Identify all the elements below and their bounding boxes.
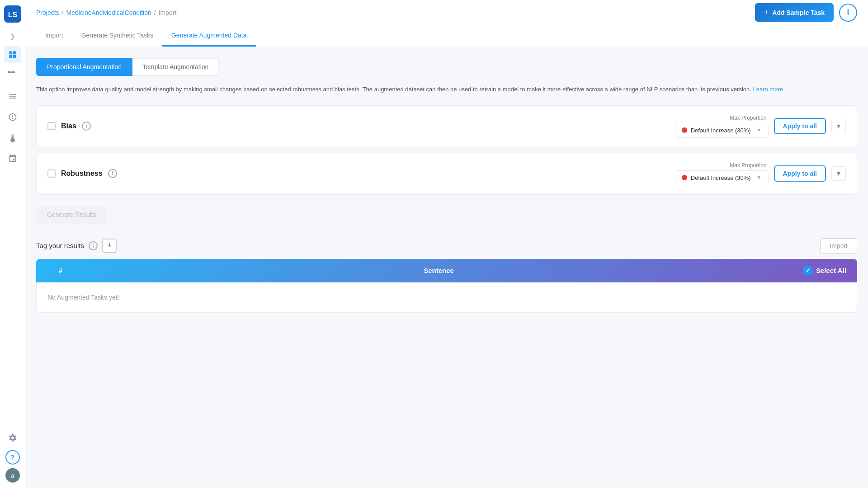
sidebar-bottom: ? a [4, 429, 21, 483]
robustness-dropdown-label: Default Increase (30%) [691, 174, 751, 181]
sidebar-icon-explore[interactable] [4, 108, 21, 126]
bias-dropdown-chevron: ▼ [756, 127, 762, 133]
bias-max-prop-group: Max Proportion Default Increase (30%) ▼ [675, 115, 769, 138]
robustness-section: Robustness i Max Proportion Default Incr… [36, 153, 857, 195]
description-text: This option improves data quality and mo… [36, 85, 857, 94]
tag-left: Tag your results i + [36, 239, 117, 253]
breadcrumb-sep2: / [154, 9, 156, 16]
tab-import[interactable]: Import [36, 25, 72, 47]
robustness-apply-all-button[interactable]: Apply to all [774, 165, 826, 182]
robustness-dropdown-chevron: ▼ [756, 174, 762, 181]
sidebar: LS ❯ ? a [0, 0, 25, 488]
sidebar-avatar: a [5, 468, 20, 483]
select-all-area[interactable]: ✓ Select All [803, 266, 846, 275]
table-header: # Sentence ✓ Select All [36, 259, 857, 282]
bias-dropdown[interactable]: Default Increase (30%) ▼ [675, 123, 769, 138]
sub-tabs: Proportional Augmentation Template Augme… [36, 58, 857, 76]
sub-tab-template[interactable]: Template Augmentation [132, 58, 219, 76]
bias-card-right: Max Proportion Default Increase (30%) ▼ … [675, 115, 846, 138]
robustness-title: Robustness [61, 169, 103, 178]
topbar: Projects / MedicineAndMedicalCondition /… [25, 0, 868, 25]
sidebar-icon-dashboard[interactable] [4, 46, 21, 63]
robustness-expand-button[interactable]: ▼ [831, 166, 846, 181]
robustness-max-prop-label: Max Proportion [730, 162, 766, 169]
svg-text:LS: LS [8, 11, 17, 19]
add-sample-task-button[interactable]: + Add Sample Task [755, 3, 834, 22]
bias-section: Bias i Max Proportion Default Increase (… [36, 105, 857, 147]
robustness-card-left: Robustness i [47, 169, 675, 178]
bias-dropdown-dot [682, 127, 687, 133]
content-area: Proportional Augmentation Template Augme… [25, 47, 868, 488]
no-tasks-message: No Augmented Tasks yet! [47, 294, 119, 301]
breadcrumb-projects-link[interactable]: Projects [36, 9, 59, 16]
bias-dropdown-label: Default Increase (30%) [691, 127, 751, 134]
table-col-sentence: Sentence [74, 267, 803, 274]
tab-generate-augmented[interactable]: Generate Augmented Data [162, 25, 256, 47]
robustness-card-right: Max Proportion Default Increase (30%) ▼ … [675, 162, 846, 185]
nav-tabs: Import Generate Synthetic Tasks Generate… [25, 25, 868, 47]
breadcrumb-sep1: / [62, 9, 64, 16]
tag-plus-button[interactable]: + [102, 239, 117, 253]
table-body: No Augmented Tasks yet! [36, 282, 857, 313]
topbar-actions: + Add Sample Task i [755, 3, 857, 22]
add-sample-label: Add Sample Task [772, 9, 825, 16]
bias-title: Bias [61, 122, 76, 130]
robustness-checkbox[interactable] [47, 169, 56, 178]
select-all-checkbox[interactable]: ✓ [803, 266, 812, 275]
info-button[interactable]: i [839, 4, 857, 22]
sidebar-icon-experiments[interactable] [4, 129, 21, 146]
plus-icon: + [764, 8, 769, 17]
tag-import-button[interactable]: Import [820, 238, 857, 253]
breadcrumb: Projects / MedicineAndMedicalCondition /… [36, 9, 176, 16]
breadcrumb-current: Import [159, 9, 177, 16]
tag-label: Tag your results [36, 242, 84, 249]
tag-info-icon[interactable]: i [89, 241, 98, 250]
sidebar-icon-projects[interactable] [4, 67, 21, 84]
tab-generate-synthetic[interactable]: Generate Synthetic Tasks [72, 25, 162, 47]
sidebar-help-icon[interactable]: ? [5, 450, 20, 465]
robustness-info-icon[interactable]: i [108, 169, 117, 178]
table-col-hash: # [47, 267, 74, 274]
learn-more-link[interactable]: Learn more [753, 86, 783, 93]
sidebar-icon-integrations[interactable] [4, 150, 21, 167]
sidebar-icon-tasks[interactable] [4, 88, 21, 105]
sub-tab-proportional[interactable]: Proportional Augmentation [36, 58, 132, 76]
bias-apply-all-button[interactable]: Apply to all [774, 118, 826, 134]
robustness-dropdown[interactable]: Default Increase (30%) ▼ [675, 170, 769, 185]
bias-expand-button[interactable]: ▼ [831, 119, 846, 133]
bias-max-prop-label: Max Proportion [730, 115, 766, 121]
sidebar-logo: LS [4, 5, 21, 23]
robustness-max-prop-group: Max Proportion Default Increase (30%) ▼ [675, 162, 769, 185]
select-all-label: Select All [816, 267, 846, 274]
main-area: Projects / MedicineAndMedicalCondition /… [25, 0, 868, 488]
results-table: # Sentence ✓ Select All No Augmented Tas… [36, 259, 857, 313]
bias-checkbox[interactable] [47, 122, 56, 130]
sidebar-icon-settings[interactable] [4, 429, 21, 446]
breadcrumb-project-link[interactable]: MedicineAndMedicalCondition [66, 9, 151, 16]
generate-results-button[interactable]: Generate Results [36, 206, 107, 224]
tag-section-header: Tag your results i + Import [36, 238, 857, 253]
bias-info-icon[interactable]: i [82, 122, 91, 131]
bias-card-left: Bias i [47, 122, 675, 131]
robustness-dropdown-dot [682, 175, 687, 180]
sidebar-chevron[interactable]: ❯ [6, 30, 19, 42]
